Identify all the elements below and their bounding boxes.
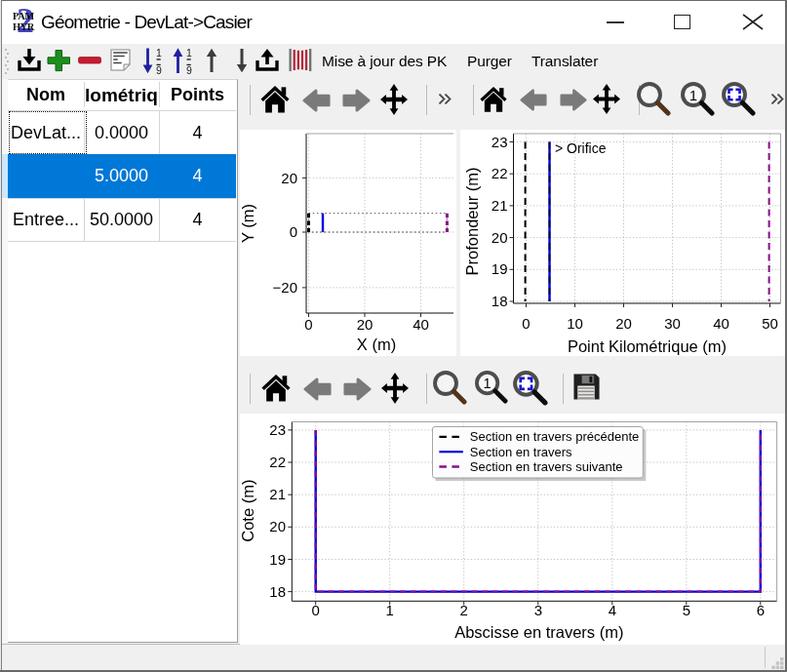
svg-text:10: 10 bbox=[567, 315, 583, 332]
svg-text:19: 19 bbox=[269, 551, 286, 568]
svg-text:23: 23 bbox=[492, 134, 508, 150]
svg-text:0: 0 bbox=[290, 223, 297, 240]
svg-text:20: 20 bbox=[492, 229, 508, 246]
svg-text:4: 4 bbox=[609, 602, 616, 618]
svg-text:20: 20 bbox=[357, 316, 374, 333]
svg-text:50: 50 bbox=[762, 315, 778, 332]
svg-text:Abscisse en travers (m): Abscisse en travers (m) bbox=[454, 623, 623, 641]
svg-text:40: 40 bbox=[713, 315, 729, 332]
svg-text:21: 21 bbox=[269, 486, 286, 502]
svg-text:18: 18 bbox=[269, 583, 286, 600]
svg-text:Profondeur (m): Profondeur (m) bbox=[463, 168, 481, 276]
svg-text:0: 0 bbox=[304, 316, 312, 333]
svg-text:1: 1 bbox=[386, 602, 394, 618]
svg-text:1: 1 bbox=[156, 47, 162, 59]
svg-text:30: 30 bbox=[664, 315, 681, 332]
svg-text:22: 22 bbox=[492, 165, 508, 181]
svg-text:Cote (m): Cote (m) bbox=[240, 480, 257, 542]
svg-text:20: 20 bbox=[615, 315, 632, 332]
svg-text:Section en travers suivante: Section en travers suivante bbox=[470, 459, 623, 474]
svg-text:9: 9 bbox=[156, 64, 162, 75]
svg-text:23: 23 bbox=[269, 421, 286, 438]
svg-text:> Orifice: > Orifice bbox=[555, 140, 607, 156]
svg-text:1: 1 bbox=[186, 47, 192, 59]
svg-text:Section en travers: Section en travers bbox=[470, 445, 572, 459]
svg-text:−20: −20 bbox=[273, 279, 297, 296]
svg-text:5: 5 bbox=[683, 602, 690, 618]
svg-text:0: 0 bbox=[522, 315, 530, 332]
svg-text:0: 0 bbox=[312, 602, 320, 618]
svg-text:2: 2 bbox=[460, 602, 468, 618]
svg-text:Y (m): Y (m) bbox=[240, 204, 256, 243]
svg-text:18: 18 bbox=[492, 293, 508, 309]
svg-text:20: 20 bbox=[269, 518, 286, 534]
svg-text:21: 21 bbox=[492, 197, 508, 214]
svg-text:22: 22 bbox=[269, 454, 286, 470]
svg-text:40: 40 bbox=[413, 316, 429, 333]
svg-text:6: 6 bbox=[757, 602, 765, 618]
svg-text:19: 19 bbox=[492, 260, 508, 277]
svg-text:X (m): X (m) bbox=[357, 336, 396, 353]
svg-text:Section en travers précédente: Section en travers précédente bbox=[470, 429, 639, 444]
svg-text:20: 20 bbox=[281, 170, 297, 186]
svg-text:Point Kilométrique (m): Point Kilométrique (m) bbox=[568, 337, 727, 355]
svg-text:9: 9 bbox=[186, 64, 192, 75]
svg-text:3: 3 bbox=[534, 602, 542, 618]
